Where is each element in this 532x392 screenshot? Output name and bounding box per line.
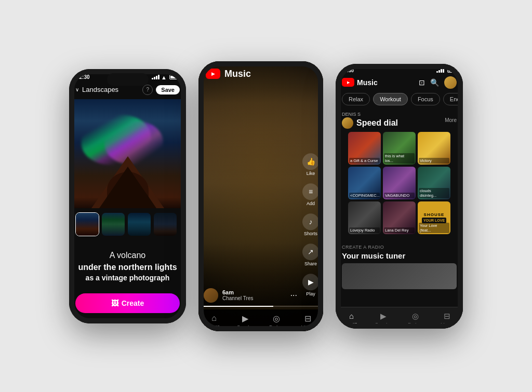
- album-victory[interactable]: Victory: [418, 132, 450, 165]
- home-icon: ⌂: [211, 314, 217, 323]
- samples-label: Samples: [237, 325, 253, 329]
- speed-dial-section: DENIS S Speed dial More a Gift & a Curse: [336, 110, 463, 237]
- create-radio-section: CREATE A RADIO Your music tuner: [336, 237, 463, 291]
- play-label: Play: [306, 291, 315, 296]
- shorts-icon: ♪: [302, 213, 319, 230]
- caption-line3: as a vintage photograph: [86, 273, 170, 283]
- thumbnail-1[interactable]: [75, 212, 99, 236]
- bottom-navbar: ⌂ Home ▶ Samples ◎ Explore ⊟: [198, 309, 323, 331]
- album-clouds[interactable]: clouds disinteg...: [418, 167, 450, 199]
- play-action[interactable]: ▶ Play: [302, 274, 319, 296]
- shorts-action[interactable]: ♪ Shorts: [302, 213, 319, 236]
- progress-fill: [198, 306, 273, 307]
- chip-workout[interactable]: Workout: [373, 93, 408, 105]
- action-buttons: 👍 Like ≡ Add ♪ Shorts ↗: [302, 153, 319, 296]
- album-yourlove-label: Your Love (feat...: [419, 223, 449, 233]
- thumbnail-4[interactable]: [153, 212, 177, 236]
- home-label: Home: [208, 324, 219, 329]
- p3-nav-library[interactable]: ⊟ Library: [431, 312, 463, 327]
- album-lana[interactable]: Lana Del Rey: [383, 201, 416, 234]
- p3-search-icon[interactable]: 🔍: [430, 78, 439, 87]
- share-label: Share: [304, 261, 317, 266]
- phone-yt-music-home: 12:30 Music: [336, 64, 463, 329]
- your-love-badge: YOUR LOVE: [422, 218, 446, 223]
- caption-line1: A volcano: [110, 250, 145, 261]
- p3-library-icon: ⊟: [444, 312, 450, 321]
- chevron-icon: ∨: [75, 87, 79, 92]
- p3-samples-label: Samples: [375, 322, 391, 327]
- nav-home[interactable]: ⌂ Home: [198, 314, 230, 329]
- p3-header: Music ⊡ 🔍: [336, 74, 463, 93]
- p3-battery-icon: [447, 68, 457, 73]
- create-icon: 🖼: [111, 299, 118, 307]
- chip-relax[interactable]: Relax: [342, 93, 370, 105]
- p3-time: 12:30: [342, 68, 354, 73]
- p3-home-icon: ⌂: [349, 312, 354, 320]
- image-creator-screen: 12:30 ▲ ∨ Landscape: [69, 69, 186, 323]
- share-icon: ↗: [302, 244, 319, 260]
- signal-icon: [152, 75, 159, 79]
- add-action[interactable]: ≡ Add: [302, 183, 319, 206]
- more-button[interactable]: More: [445, 117, 457, 123]
- progress-bar[interactable]: [198, 306, 323, 307]
- album-gift-curse-label: a Gift & a Curse: [349, 158, 380, 164]
- video-area: Music 👍 Like ≡ Add ♪: [198, 61, 323, 331]
- thumbnail-3[interactable]: [127, 212, 151, 236]
- track-info: 6am Channel Tres ···: [204, 288, 297, 303]
- artist-name: Channel Tres: [222, 295, 286, 301]
- album-coping[interactable]: <COPINGMEC...: [348, 167, 381, 199]
- p3-explore-icon: ◎: [412, 312, 419, 321]
- create-radio-subtitle: CREATE A RADIO: [342, 245, 384, 250]
- album-lovejoy-label: Lovejoy Radio: [349, 227, 380, 233]
- save-button[interactable]: Save: [156, 85, 180, 94]
- wifi-icon: ▲: [161, 74, 167, 80]
- album-clouds-label: clouds disinteg...: [419, 188, 449, 198]
- caption-line2: under the northern lights: [78, 262, 177, 273]
- image-background: [69, 99, 186, 208]
- create-button[interactable]: 🖼 Create: [75, 293, 180, 313]
- yt-title: Music: [357, 78, 378, 87]
- category-title: Landscapes: [82, 86, 139, 93]
- user-avatar[interactable]: [444, 76, 457, 89]
- nav-explore[interactable]: ◎ Explore: [261, 314, 292, 329]
- nav-library[interactable]: ⊟ Library: [292, 314, 323, 329]
- more-options-icon[interactable]: ···: [290, 291, 297, 300]
- album-vagabundo[interactable]: VAGABUNDO: [383, 167, 416, 199]
- help-button[interactable]: ?: [142, 85, 153, 95]
- track-details: 6am Channel Tres: [222, 289, 286, 301]
- library-icon: ⊟: [304, 314, 311, 323]
- yt-music-screen: 12:30 Music: [336, 64, 463, 329]
- chip-focus[interactable]: Focus: [411, 93, 440, 105]
- chip-energize[interactable]: Energize: [443, 93, 463, 105]
- p3-samples-icon: ▶: [380, 312, 387, 321]
- album-gift-curse[interactable]: a Gift & a Curse: [348, 132, 381, 165]
- create-radio-thumbnail: [342, 263, 457, 289]
- volcano-dark: [99, 167, 156, 208]
- like-action[interactable]: 👍 Like: [302, 153, 319, 176]
- like-label: Like: [307, 171, 315, 176]
- album-lost[interactable]: this is what los...: [383, 132, 416, 165]
- samples-icon: ▶: [242, 314, 248, 323]
- p3-home-label: Home: [346, 321, 357, 326]
- album-vagabundo-label: VAGABUNDO: [384, 193, 415, 198]
- shorts-label: Shorts: [304, 231, 317, 236]
- p3-nav-explore[interactable]: ◎ Explore: [400, 312, 431, 327]
- album-lana-label: Lana Del Rey: [384, 227, 415, 233]
- album-yourlove[interactable]: SHOUSE YOUR LOVE Your Love (feat...: [418, 201, 450, 234]
- p3-nav-samples[interactable]: ▶ Samples: [367, 312, 399, 327]
- track-name: 6am: [222, 289, 286, 295]
- section-header: DENIS S Speed dial More: [342, 112, 457, 129]
- phone-notch: [107, 73, 149, 86]
- thumbnail-2[interactable]: [101, 212, 125, 236]
- nav-samples[interactable]: ▶ Samples: [230, 314, 261, 329]
- p3-status-icons: [436, 68, 457, 73]
- p3-navbar: ⌂ Home ▶ Samples ◎ Explore ⊟ Library: [336, 307, 463, 329]
- share-action[interactable]: ↗ Share: [302, 244, 319, 266]
- p3-statusbar: 12:30: [336, 64, 463, 74]
- album-lost-label: this is what los...: [384, 153, 415, 164]
- help-icon: ?: [147, 87, 150, 92]
- library-label: Library: [301, 325, 314, 329]
- cast-icon[interactable]: ⊡: [419, 78, 425, 87]
- p3-nav-home[interactable]: ⌂ Home: [336, 312, 367, 327]
- album-lovejoy[interactable]: Lovejoy Radio: [348, 201, 381, 234]
